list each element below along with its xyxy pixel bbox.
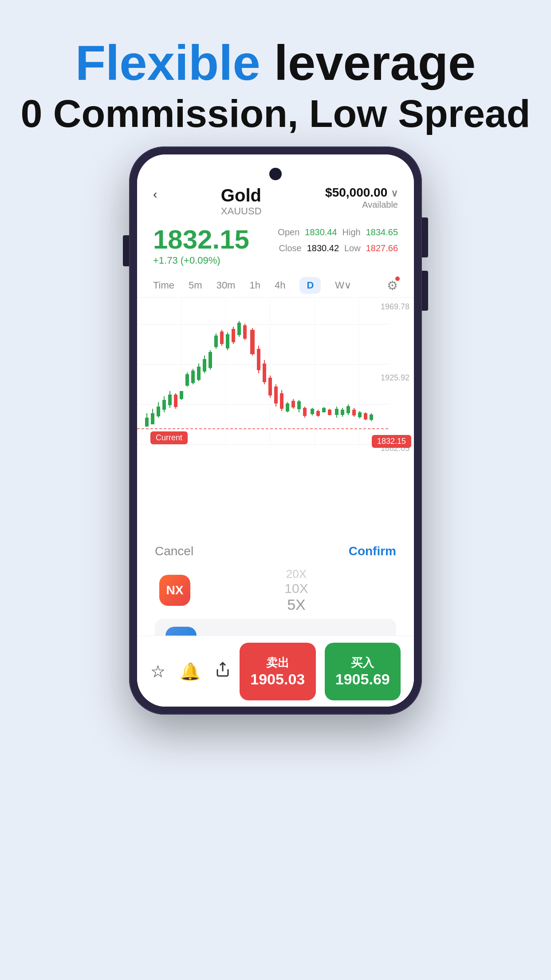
sheet-actions: Cancel Confirm bbox=[155, 544, 396, 558]
svg-rect-64 bbox=[303, 408, 307, 416]
current-price-label: Current bbox=[150, 431, 188, 444]
svg-rect-66 bbox=[311, 409, 314, 414]
open-row: Open 1830.44 High 1834.65 bbox=[278, 224, 398, 240]
svg-rect-38 bbox=[226, 334, 229, 348]
sell-price: 1905.03 bbox=[250, 671, 305, 688]
picker-values: 20X 10X 5X bbox=[201, 567, 392, 613]
time-bar: Time 5m 30m 1h 4h D W∨ ⚙ bbox=[137, 273, 414, 298]
nx-badge: NX bbox=[159, 575, 190, 606]
svg-rect-18 bbox=[168, 395, 172, 405]
watchlist-icon[interactable]: ☆ bbox=[150, 662, 165, 681]
svg-rect-86 bbox=[370, 415, 373, 420]
price-section: 1832.15 +1.73 (+0.09%) Open 1830.44 High… bbox=[137, 224, 414, 273]
sell-label: 卖出 bbox=[266, 655, 289, 671]
chart-area: 1969.78 1925.92 1882.05 Current 1832.15 bbox=[137, 298, 414, 458]
svg-rect-56 bbox=[280, 393, 283, 409]
close-label: Close bbox=[279, 240, 302, 256]
svg-rect-42 bbox=[237, 323, 241, 335]
svg-rect-70 bbox=[322, 408, 326, 412]
svg-rect-60 bbox=[291, 401, 295, 407]
svg-rect-54 bbox=[274, 387, 278, 403]
time-btn-w[interactable]: W∨ bbox=[335, 280, 351, 291]
chart-price-mid: 1925.92 bbox=[381, 373, 409, 383]
low-val: 1827.66 bbox=[366, 240, 398, 256]
phone-mockup: ‹ Gold XAUUSD $50,000.00 ∨ Available bbox=[129, 146, 422, 768]
balance-value: $50,000.00 ∨ bbox=[325, 186, 398, 200]
time-btn-1h[interactable]: 1h bbox=[249, 280, 260, 291]
time-btn-30m[interactable]: 30m bbox=[216, 280, 236, 291]
chart-price-labels: 1969.78 1925.92 1882.05 bbox=[381, 298, 409, 458]
time-btn-d[interactable]: D bbox=[299, 277, 321, 294]
buy-label: 买入 bbox=[351, 655, 374, 671]
svg-rect-74 bbox=[335, 409, 338, 415]
svg-rect-78 bbox=[346, 406, 350, 413]
close-val: 1830.42 bbox=[307, 240, 339, 256]
svg-rect-68 bbox=[316, 411, 320, 416]
leverage-10x[interactable]: 10X bbox=[201, 581, 392, 596]
buy-button[interactable]: 买入 1905.69 bbox=[325, 643, 401, 700]
symbol-pair: XAUUSD bbox=[221, 205, 262, 217]
svg-rect-30 bbox=[203, 359, 206, 371]
high-label: High bbox=[342, 224, 361, 240]
share-icon[interactable] bbox=[215, 661, 231, 681]
svg-rect-20 bbox=[174, 395, 177, 407]
back-button[interactable]: ‹ bbox=[153, 187, 157, 202]
symbol-group: Gold XAUUSD bbox=[221, 186, 262, 217]
time-btn-time[interactable]: Time bbox=[153, 280, 174, 291]
svg-rect-14 bbox=[157, 407, 160, 416]
phone-side-button-right-bottom bbox=[422, 271, 428, 311]
phone-screen: ‹ Gold XAUUSD $50,000.00 ∨ Available bbox=[137, 154, 414, 707]
open-label: Open bbox=[278, 224, 299, 240]
cancel-button[interactable]: Cancel bbox=[155, 544, 193, 558]
open-val: 1830.44 bbox=[305, 224, 337, 240]
confirm-button[interactable]: Confirm bbox=[349, 544, 396, 558]
action-icons: ☆ 🔔 bbox=[150, 661, 231, 681]
chart-price-high: 1969.78 bbox=[381, 302, 409, 312]
svg-rect-62 bbox=[297, 401, 301, 409]
leverage-5x[interactable]: 5X bbox=[201, 596, 392, 613]
svg-rect-80 bbox=[352, 410, 356, 415]
svg-rect-82 bbox=[358, 412, 362, 417]
trade-header: ‹ Gold XAUUSD $50,000.00 ∨ Available bbox=[137, 154, 414, 224]
phone-side-button-left bbox=[123, 235, 129, 266]
price-left: 1832.15 +1.73 (+0.09%) bbox=[153, 224, 249, 266]
svg-rect-24 bbox=[185, 374, 189, 386]
symbol-name: Gold bbox=[221, 186, 262, 205]
close-row: Close 1830.42 Low 1827.66 bbox=[278, 240, 398, 256]
svg-rect-10 bbox=[145, 418, 149, 427]
svg-rect-44 bbox=[243, 325, 247, 339]
balance-label: Available bbox=[325, 200, 398, 210]
leverage-picker: NX 20X 10X 5X bbox=[155, 567, 396, 613]
header-area: Flexible leverage 0 Commission, Low Spre… bbox=[0, 0, 551, 159]
svg-rect-76 bbox=[341, 410, 344, 415]
svg-rect-36 bbox=[220, 332, 224, 344]
svg-rect-84 bbox=[364, 413, 367, 419]
svg-rect-28 bbox=[197, 367, 201, 380]
svg-rect-52 bbox=[268, 378, 272, 395]
gear-notification-dot bbox=[395, 277, 400, 281]
main-price: 1832.15 bbox=[153, 224, 249, 255]
camera-notch bbox=[269, 168, 282, 180]
low-label: Low bbox=[344, 240, 361, 256]
price-stats: Open 1830.44 High 1834.65 Close 1830.42 … bbox=[278, 224, 398, 256]
svg-rect-26 bbox=[191, 371, 195, 383]
alert-icon[interactable]: 🔔 bbox=[180, 662, 201, 681]
svg-rect-34 bbox=[214, 336, 218, 347]
svg-rect-32 bbox=[209, 352, 212, 368]
phone-frame: ‹ Gold XAUUSD $50,000.00 ∨ Available bbox=[129, 146, 422, 715]
action-bar: ☆ 🔔 卖出 1905.03 bbox=[137, 636, 414, 707]
current-price-right: 1832.15 bbox=[372, 435, 411, 448]
headline-flexible: Flexible bbox=[75, 35, 260, 91]
svg-rect-16 bbox=[162, 400, 166, 410]
buy-price: 1905.69 bbox=[335, 671, 390, 688]
time-btn-4h[interactable]: 4h bbox=[275, 280, 285, 291]
price-change: +1.73 (+0.09%) bbox=[153, 255, 249, 266]
balance-group[interactable]: $50,000.00 ∨ Available bbox=[325, 186, 398, 210]
svg-rect-72 bbox=[328, 410, 331, 415]
time-btn-5m[interactable]: 5m bbox=[189, 280, 202, 291]
svg-rect-50 bbox=[263, 364, 266, 382]
sell-button[interactable]: 卖出 1905.03 bbox=[240, 643, 316, 700]
leverage-20x[interactable]: 20X bbox=[201, 567, 392, 581]
headline-leverage: leverage bbox=[260, 35, 476, 91]
chart-settings-button[interactable]: ⚙ bbox=[387, 278, 398, 293]
